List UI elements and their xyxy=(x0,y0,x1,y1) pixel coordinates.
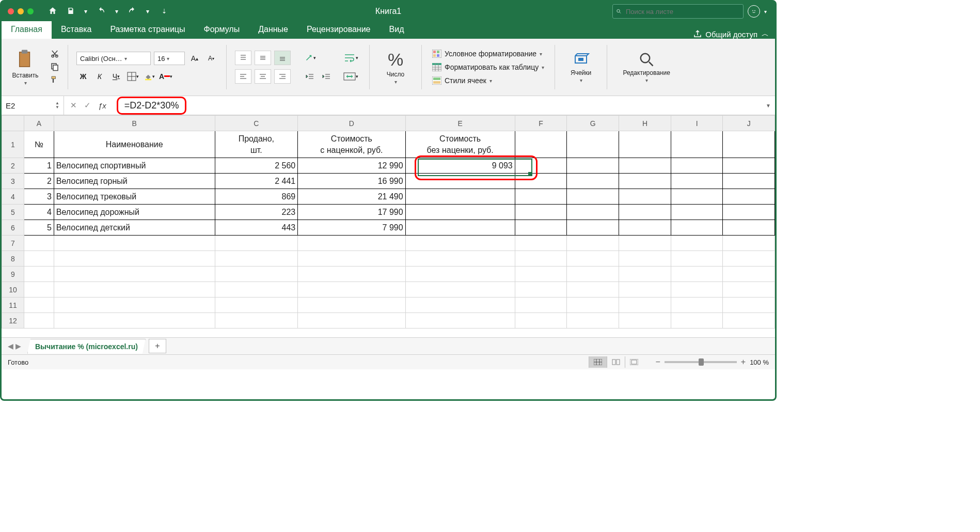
cell[interactable]: 2 560 xyxy=(215,158,298,174)
zoom-level[interactable]: 100 % xyxy=(750,358,769,366)
cell[interactable]: 17 990 xyxy=(298,205,405,220)
cell[interactable]: Продано, шт. xyxy=(215,131,298,158)
cell[interactable]: Велосипед трековый xyxy=(54,189,215,205)
row-header[interactable]: 4 xyxy=(2,189,24,205)
font-size-select[interactable]: 16▾ xyxy=(154,52,185,65)
cell[interactable]: 5 xyxy=(24,220,54,236)
increase-indent-icon[interactable] xyxy=(320,70,333,83)
align-left-icon[interactable] xyxy=(235,69,251,84)
cell[interactable]: 4 xyxy=(24,205,54,220)
column-header[interactable]: B xyxy=(54,116,215,131)
column-header[interactable]: H xyxy=(619,116,671,131)
cell[interactable] xyxy=(405,205,515,220)
column-header[interactable]: D xyxy=(298,116,405,131)
increase-font-icon[interactable]: A▴ xyxy=(188,52,201,65)
save-icon[interactable] xyxy=(67,7,75,17)
borders-button[interactable]: ▾ xyxy=(126,70,139,83)
cell[interactable]: № xyxy=(24,131,54,158)
collapse-ribbon-icon[interactable]: ︿ xyxy=(762,29,769,39)
cells-group[interactable]: Ячейки ▾ xyxy=(563,41,598,93)
font-name-select[interactable]: Calibri (Осн…▾ xyxy=(76,52,151,65)
dropdown-icon[interactable]: ▾ xyxy=(146,8,149,15)
row-header[interactable]: 12 xyxy=(2,313,24,328)
cell[interactable]: 2 xyxy=(24,174,54,189)
share-button[interactable]: Общий доступ xyxy=(693,29,757,39)
column-header[interactable]: A xyxy=(24,116,54,131)
tab-review[interactable]: Рецензирование xyxy=(297,20,380,39)
row-header[interactable]: 6 xyxy=(2,220,24,236)
tab-home[interactable]: Главная xyxy=(2,20,52,39)
row-header[interactable]: 1 xyxy=(2,131,24,158)
format-as-table-button[interactable]: Форматировать как таблицу▾ xyxy=(430,62,546,72)
spreadsheet-grid[interactable]: A B C D E F G H I J 1 № Наименование Про… xyxy=(2,115,775,337)
cell[interactable]: Велосипед детский xyxy=(54,220,215,236)
select-all-cell[interactable] xyxy=(2,116,24,131)
tab-view[interactable]: Вид xyxy=(380,20,414,39)
cancel-formula-icon[interactable]: ✕ xyxy=(70,101,77,110)
wrap-text-icon[interactable]: ▾ xyxy=(340,52,361,64)
align-top-icon[interactable] xyxy=(235,51,251,65)
cell[interactable] xyxy=(405,174,515,189)
sheet-search-input[interactable] xyxy=(612,4,744,19)
formula-input[interactable]: =D2-D2*30% xyxy=(117,97,187,115)
fill-color-button[interactable]: ▾ xyxy=(143,70,156,83)
cell[interactable]: 21 490 xyxy=(298,189,405,205)
feedback-icon[interactable] xyxy=(748,5,760,18)
cell[interactable]: 3 xyxy=(24,189,54,205)
zoom-slider[interactable] xyxy=(665,361,737,363)
row-header[interactable]: 10 xyxy=(2,282,24,298)
cell[interactable]: 1 xyxy=(24,158,54,174)
row-header[interactable]: 5 xyxy=(2,205,24,220)
tab-insert[interactable]: Вставка xyxy=(52,20,101,39)
dropdown-icon[interactable]: ▾ xyxy=(84,8,87,15)
accept-formula-icon[interactable]: ✓ xyxy=(84,101,91,110)
column-header[interactable]: G xyxy=(567,116,619,131)
cell[interactable]: Велосипед горный xyxy=(54,174,215,189)
zoom-in-button[interactable]: + xyxy=(741,357,746,367)
tab-formulas[interactable]: Формулы xyxy=(195,20,249,39)
cell[interactable]: 16 990 xyxy=(298,174,405,189)
sheet-prev-icon[interactable]: ◀ xyxy=(8,342,13,350)
tab-page-layout[interactable]: Разметка страницы xyxy=(101,20,194,39)
tab-data[interactable]: Данные xyxy=(249,20,297,39)
cell[interactable]: 7 990 xyxy=(298,220,405,236)
cell-active[interactable]: 9 093 xyxy=(405,158,515,174)
decrease-indent-icon[interactable] xyxy=(303,70,317,83)
zoom-window-button[interactable] xyxy=(27,8,34,14)
cell[interactable] xyxy=(405,189,515,205)
row-header[interactable]: 2 xyxy=(2,158,24,174)
cell[interactable]: 2 441 xyxy=(215,174,298,189)
row-header[interactable]: 9 xyxy=(2,267,24,282)
zoom-out-button[interactable]: − xyxy=(655,357,660,367)
clipboard-icon[interactable] xyxy=(17,49,34,70)
row-header[interactable]: 7 xyxy=(2,236,24,251)
align-right-icon[interactable] xyxy=(274,69,291,84)
conditional-formatting-button[interactable]: Условное форматирование▾ xyxy=(430,49,546,59)
column-header[interactable]: J xyxy=(723,116,775,131)
cell[interactable]: 869 xyxy=(215,189,298,205)
cell[interactable]: 443 xyxy=(215,220,298,236)
minimize-window-button[interactable] xyxy=(18,8,24,14)
page-break-view-icon[interactable] xyxy=(625,356,643,368)
number-group[interactable]: % Число ▾ xyxy=(378,41,413,93)
cut-icon[interactable] xyxy=(50,49,59,60)
cell[interactable]: Наименование xyxy=(54,131,215,158)
column-header[interactable]: E xyxy=(405,116,515,131)
fx-icon[interactable]: ƒx xyxy=(98,101,106,110)
format-painter-icon[interactable] xyxy=(50,75,59,86)
page-layout-view-icon[interactable] xyxy=(607,356,625,368)
cell[interactable]: Стоимость без наценки, руб. xyxy=(405,131,515,158)
sheet-next-icon[interactable]: ▶ xyxy=(15,342,21,350)
cell[interactable] xyxy=(405,220,515,236)
normal-view-icon[interactable] xyxy=(589,356,607,368)
row-header[interactable]: 11 xyxy=(2,298,24,313)
align-bottom-icon[interactable] xyxy=(274,51,291,65)
column-header[interactable]: I xyxy=(671,116,722,131)
italic-button[interactable]: К xyxy=(93,70,106,83)
cell[interactable]: Велосипед дорожный xyxy=(54,205,215,220)
row-header[interactable]: 8 xyxy=(2,251,24,267)
home-icon[interactable] xyxy=(48,6,57,17)
underline-button[interactable]: Ч▾ xyxy=(109,70,123,83)
decrease-font-icon[interactable]: A▾ xyxy=(204,52,218,65)
close-window-button[interactable] xyxy=(8,8,14,14)
